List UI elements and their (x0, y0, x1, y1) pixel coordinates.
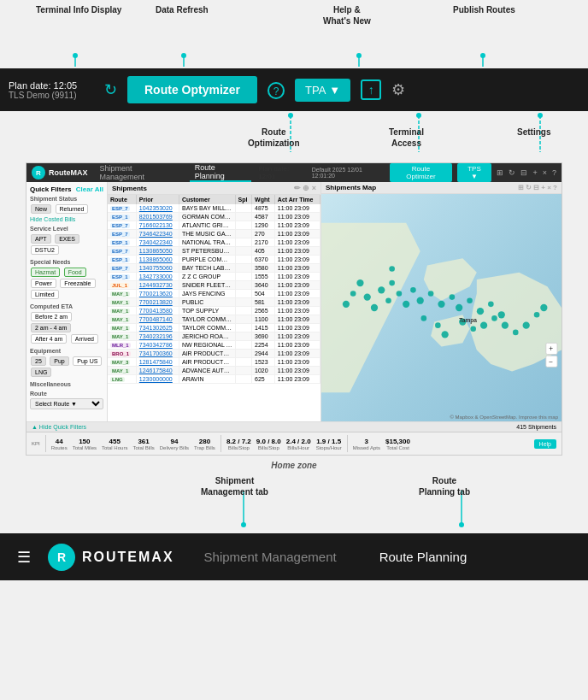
table-row[interactable]: ESP_1 1342733000 Z Z C GROUP 1555 11:00 … (108, 273, 320, 281)
filter-hazmat[interactable]: Hazmat (31, 268, 60, 277)
filter-arrived[interactable]: Arrived (71, 334, 98, 344)
shipments-table-wrapper[interactable]: Route Prior Customer Spl Wght Act Arr Ti… (108, 195, 320, 421)
filter-pupus[interactable]: Pup US (73, 356, 102, 366)
svg-point-17 (389, 280, 395, 286)
tab-shipment-management[interactable]: Shipment Management (95, 163, 183, 182)
table-row[interactable]: MAY_1 7340232196 JERICHO ROAD MINIST... … (108, 332, 320, 341)
svg-point-33 (421, 315, 427, 321)
svg-point-26 (456, 304, 462, 311)
map-container[interactable]: Tampa + − © Mapbox & OpenStreetMap. Impr… (321, 194, 562, 421)
sub-filter-icon[interactable]: ⊟ (520, 168, 527, 177)
ann-data-refresh: Data Refresh (156, 4, 209, 15)
clear-all-button[interactable]: Clear All (76, 185, 103, 193)
kpi-help-button[interactable]: Help (534, 439, 556, 449)
help-button[interactable]: ? (268, 81, 285, 99)
filter-food[interactable]: Food (64, 268, 86, 277)
shipments-table: Route Prior Customer Spl Wght Act Arr Ti… (108, 195, 320, 384)
svg-point-30 (498, 311, 505, 318)
sub-grid-icon[interactable]: ⊞ (497, 168, 503, 177)
table-row[interactable]: MAY_1 7700213620 JAYS FENCING 504 11:00 … (108, 290, 320, 298)
filter-pup[interactable]: Pup (50, 356, 68, 366)
filter-apt[interactable]: APT (31, 234, 51, 244)
hamburger-menu[interactable]: ☰ (17, 548, 31, 567)
filter-exes[interactable]: EXES (55, 234, 79, 244)
sub-close-icon[interactable]: × (543, 168, 547, 177)
bottom-nav: ☰ R RouteMAX Shipment Management Route P… (0, 533, 588, 580)
filter-dstu2[interactable]: DSTU2 (31, 245, 59, 255)
table-row[interactable]: BRO_1 7341700360 AIR PRODUCTS & CHEM... … (108, 350, 320, 358)
hide-costed-bills[interactable]: Hide Costed Bills (30, 216, 103, 222)
table-row[interactable]: MAY_1 7700487140 TAYLOR COMMUNICATI... 1… (108, 315, 320, 324)
svg-point-16 (371, 304, 378, 311)
main-content: Quick Filters Clear All Shipment Status … (26, 182, 562, 421)
route-filter: Route Select Route ▼ (30, 391, 103, 409)
app-logo: R RouteMAX (32, 166, 88, 179)
filter-25[interactable]: 25 (31, 356, 46, 366)
svg-point-46 (343, 301, 350, 308)
bottom-tab-route-planning[interactable]: Route Planning (367, 550, 480, 564)
map-title: Shipments Map (326, 184, 376, 191)
table-row[interactable]: LNG 1230000000 ARAVIN 625 11:00 23:09 (108, 375, 320, 384)
filter-power[interactable]: Power (31, 279, 56, 288)
table-row[interactable]: ESP_7 7346422340 THE MUSIC GALLERY 270 1… (108, 230, 320, 238)
kpi-total-cost: $15,300 Total Cost (385, 438, 410, 450)
route-select[interactable]: Select Route ▼ (30, 398, 103, 409)
filter-before2am[interactable]: Before 2 am (31, 312, 72, 321)
filter-2am4am[interactable]: 2 am - 4 am (31, 323, 71, 332)
ann-settings: Settings (517, 126, 550, 138)
filter-new[interactable]: New (31, 204, 51, 214)
filter-freezable[interactable]: Freezable (60, 279, 95, 288)
ann-publish-routes: Publish Routes (453, 4, 515, 15)
middle-annotations-area: RouteOptimization TerminalAccess Setting… (0, 111, 588, 162)
equipment-filter: Equipment 25 Pup Pup US LNG (30, 348, 103, 378)
table-row[interactable]: ESP_7 1340755060 BAY TECH LABEL, INC... … (108, 264, 320, 273)
table-row[interactable]: MAY_1 7700413580 TOP SUPPLY 2565 11:00 2… (108, 307, 320, 315)
sub-route-opt-button[interactable]: Route Optimizer (390, 163, 451, 182)
table-row[interactable]: MLR_1 7340342786 NW REGIONAL SHIPR H... … (108, 341, 320, 350)
route-optimizer-button[interactable]: Route Optymizer (127, 76, 257, 103)
table-row[interactable]: MAY_1 1246175840 ADVANCE AUTO PARTS 1020… (108, 367, 320, 375)
settings-button[interactable]: ⚙ (391, 80, 405, 99)
svg-point-3 (181, 53, 186, 58)
sub-tps-button[interactable]: TPS ▼ (457, 163, 492, 182)
sub-refresh-icon[interactable]: ↻ (509, 168, 515, 177)
publish-button[interactable]: ↑ (361, 79, 381, 100)
table-row[interactable]: MAY_1 7341302625 TAYLOR COMMUNICATI... 1… (108, 324, 320, 332)
svg-point-18 (364, 293, 371, 300)
table-row[interactable]: ESP_1 7340422340 NATIONAL TRAFFIC SIG...… (108, 238, 320, 247)
miscellaneous-filter: Miscellaneous (30, 381, 103, 387)
filter-limited[interactable]: Limited (31, 290, 59, 299)
sub-help-icon[interactable]: ? (552, 168, 556, 177)
tab-route-planning[interactable]: Route Planning (190, 163, 251, 182)
kpi-total-bills: 361 Total Bills (132, 438, 154, 450)
filter-after4am[interactable]: After 4 am (31, 334, 67, 344)
quick-filters-header: Quick Filters Clear All (30, 185, 103, 193)
shipment-status-label: Shipment Status (30, 196, 103, 202)
table-row[interactable]: ESP_7 7166022130 ATLANTIC GRILLING SU...… (108, 221, 320, 230)
table-row[interactable]: MAY_3 1281475840 AIR PRODUCTS & CHEM... … (108, 358, 320, 367)
table-row[interactable]: ESP_1 8201503769 GORMAN COMPANY 4587 11:… (108, 213, 320, 221)
svg-point-5 (356, 53, 362, 58)
bottom-tab-shipment-mgmt[interactable]: Shipment Management (191, 550, 350, 564)
kpi-delivery-bills: 94 Delivery Bills (160, 438, 189, 450)
table-row[interactable]: JUL_1 1244932730 SNIDER FLEET SOLUTIO...… (108, 281, 320, 290)
kpi-total-hours: 455 Total Hours (102, 438, 127, 450)
kpi-bills-hour: 2.4 / 2.0 Bills/Hour (286, 438, 311, 450)
filter-returned[interactable]: Returned (56, 204, 89, 214)
hide-filters-btn[interactable]: ▲ Hide Quick Filters (32, 424, 86, 430)
ann-route-optimization: RouteOptimization (248, 126, 300, 149)
filter-lng[interactable]: LNG (31, 368, 51, 377)
map-controls[interactable]: ⊞ ↻ ⊟ + × ? (518, 184, 557, 191)
svg-point-11 (416, 113, 421, 118)
table-row[interactable]: ESP_7 1042353020 BAYS BAY MILLWORK... 48… (108, 204, 320, 213)
sub-add-icon[interactable]: + (532, 168, 537, 177)
table-row[interactable]: MAY_1 7700213820 PUBLIC 581 11:00 23:09 (108, 298, 320, 307)
svg-point-21 (410, 287, 416, 293)
table-row[interactable]: ESP_7 1130865050 ST PETERSBURG COLLE... … (108, 247, 320, 256)
svg-point-43 (389, 266, 395, 272)
tpa-button[interactable]: TPA ▼ (295, 79, 350, 102)
bottom-logo: R RouteMAX (48, 544, 174, 571)
refresh-button[interactable]: ↻ (104, 80, 117, 99)
app-window-wrapper: R RouteMAX Shipment Management Route Pla… (13, 162, 575, 456)
table-row[interactable]: ESP_1 1138865060 PURPLE COMMUNICATI... 6… (108, 256, 320, 264)
